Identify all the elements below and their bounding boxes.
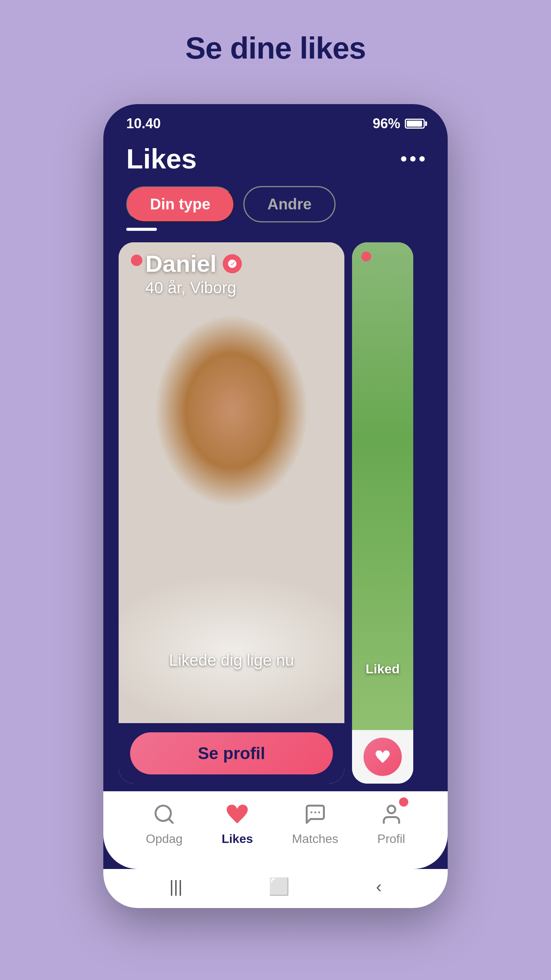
side-profile-card[interactable]: Liked: [352, 242, 413, 784]
discover-icon: [150, 800, 178, 828]
nav-label-profile: Profil: [377, 832, 405, 846]
see-profile-button[interactable]: Se profil: [130, 732, 333, 774]
main-profile-card[interactable]: Daniel 40 år, Viborg Likede dig lige nu …: [119, 242, 344, 784]
card-bottom: Se profil: [119, 723, 344, 784]
screen-title: Likes: [126, 143, 197, 175]
dot-2: [410, 156, 416, 162]
tab-andre[interactable]: Andre: [243, 186, 336, 222]
gesture-bars: |||: [170, 877, 183, 896]
card-photo: Daniel 40 år, Viborg Likede dig lige nu: [119, 242, 344, 723]
matches-icon: [302, 800, 329, 828]
battery-icon: [405, 119, 425, 129]
page-title: Se dine likes: [185, 31, 366, 66]
tab-bar: Din type Andre: [103, 182, 448, 222]
status-time: 10.40: [126, 116, 161, 132]
gesture-bar: ||| ⬜ ‹: [103, 869, 448, 908]
nav-label-matches: Matches: [292, 832, 338, 846]
nav-label-likes: Likes: [222, 832, 253, 846]
likes-icon: [223, 800, 251, 828]
card-name-area: Daniel: [145, 250, 242, 277]
app-header: Likes: [103, 136, 448, 182]
gesture-home[interactable]: ⬜: [269, 877, 290, 897]
nav-item-profile[interactable]: Profil: [377, 800, 405, 846]
status-bar: 10.40 96%: [103, 104, 448, 136]
status-right: 96%: [373, 116, 425, 132]
tab-indicator: [126, 228, 157, 231]
side-card-action-button[interactable]: [364, 738, 402, 776]
liked-text: Likede dig lige nu: [119, 651, 344, 670]
menu-button[interactable]: [401, 156, 425, 162]
profile-name: Daniel: [145, 250, 217, 277]
online-indicator: [131, 255, 142, 266]
dot-3: [419, 156, 425, 162]
dot-1: [401, 156, 406, 162]
nav-item-likes[interactable]: Likes: [222, 800, 253, 846]
side-online-indicator: [361, 252, 371, 261]
nav-item-discover[interactable]: Opdag: [146, 800, 183, 846]
profile-badge: [399, 797, 408, 807]
side-card-bottom: [352, 730, 413, 784]
side-card-photo: Liked: [352, 242, 413, 730]
phone-frame: 10.40 96% Likes Din type Andre Daniel: [103, 104, 448, 908]
verified-icon: [223, 254, 242, 273]
gesture-back[interactable]: ‹: [376, 877, 382, 896]
tab-din-type[interactable]: Din type: [126, 186, 234, 222]
battery-text: 96%: [373, 116, 400, 132]
profile-age-location: 40 år, Viborg: [145, 279, 236, 297]
cards-area: Daniel 40 år, Viborg Likede dig lige nu …: [103, 231, 448, 791]
nav-item-matches[interactable]: Matches: [292, 800, 338, 846]
side-liked-text: Liked: [352, 662, 413, 676]
nav-label-discover: Opdag: [146, 832, 183, 846]
svg-point-2: [388, 806, 395, 813]
bottom-navigation: Opdag Likes Matches: [103, 791, 448, 869]
profile-icon: [378, 800, 405, 828]
